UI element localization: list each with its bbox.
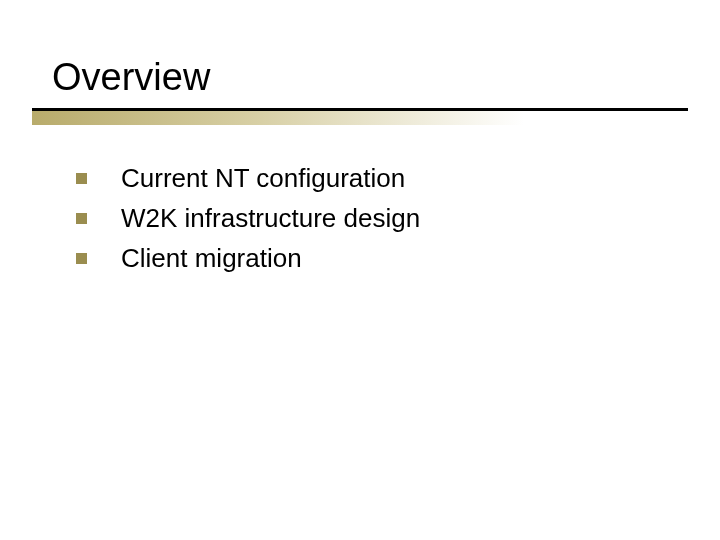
title-gradient-bar [32, 111, 688, 125]
list-item: W2K infrastructure design [76, 202, 420, 236]
list-item-text: W2K infrastructure design [121, 202, 420, 236]
square-bullet-icon [76, 253, 87, 264]
square-bullet-icon [76, 173, 87, 184]
list-item: Client migration [76, 242, 420, 276]
list-item-text: Client migration [121, 242, 302, 276]
list-item-text: Current NT configuration [121, 162, 405, 196]
bullet-list: Current NT configuration W2K infrastruct… [76, 162, 420, 281]
slide-title: Overview [52, 56, 210, 99]
slide: Overview Current NT configuration W2K in… [0, 0, 720, 540]
list-item: Current NT configuration [76, 162, 420, 196]
square-bullet-icon [76, 213, 87, 224]
